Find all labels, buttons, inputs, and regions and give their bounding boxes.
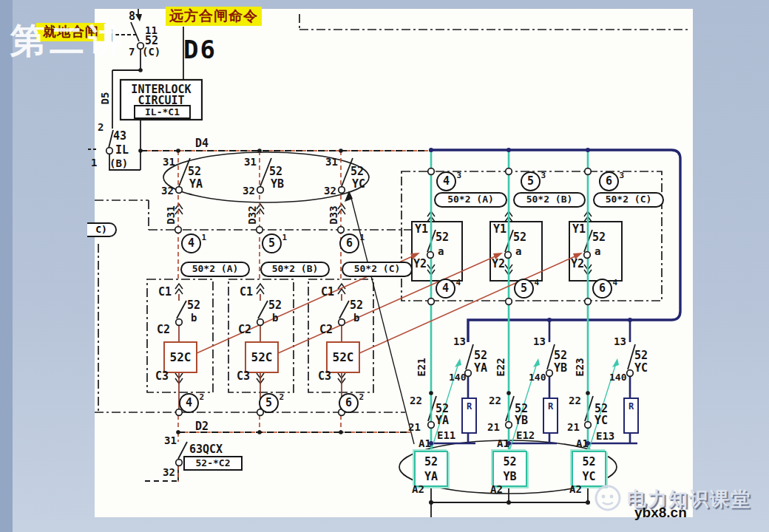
bus-label-d4: D4 (195, 138, 209, 149)
relay-50-2-c: 50*2 (C) (342, 262, 413, 277)
device-52: 52 (350, 166, 364, 177)
node-circle: 54 (514, 279, 534, 299)
phase-ya: YA (436, 415, 449, 426)
terminal-c2: C2 (319, 324, 333, 335)
trip-coil-box: 52YB (492, 451, 527, 487)
relay-50-2-a: 50*2 (A) (434, 192, 507, 208)
wire-label-d33: D33 (328, 200, 339, 230)
terminal-31: 31 (325, 157, 338, 167)
phase-ya: YA (189, 179, 203, 190)
terminal-c2: C2 (238, 324, 251, 335)
terminal-y2: Y2 (492, 259, 505, 270)
node-circle: 53 (521, 171, 541, 191)
phase-yb: YB (271, 179, 284, 190)
node-superscript: 3 (619, 167, 624, 184)
node-superscript: 4 (612, 274, 617, 291)
device-52: 52 (634, 350, 648, 361)
node-circle: 43 (436, 171, 456, 191)
contact-b: b (353, 313, 359, 323)
terminal-32: 32 (163, 467, 175, 477)
remote-close-callout: 远方合闸命令 (166, 7, 262, 26)
pb-phase-c: (C) (142, 47, 160, 57)
terminal-22: 22 (569, 395, 581, 406)
terminal-a2: A2 (490, 484, 503, 494)
wire-label-e13: E13 (596, 431, 614, 441)
node-superscript: 3 (541, 167, 546, 184)
node-superscript: 4 (455, 274, 461, 291)
phase-ya: YA (474, 363, 487, 374)
phase-yc: YC (352, 179, 365, 190)
device-52: 52 (268, 300, 282, 311)
discharge-resistor: R (623, 398, 639, 434)
terminal-c1: C1 (240, 287, 253, 298)
device-52: 52 (436, 232, 449, 243)
sw43-device: 43 (113, 131, 126, 142)
terminal-a1: A1 (576, 438, 589, 449)
node-superscript: 1 (359, 229, 365, 246)
terminal-13: 13 (614, 336, 626, 347)
terminal-21: 21 (567, 422, 580, 432)
node-superscript: 1 (201, 229, 206, 246)
contact-b: b (191, 313, 197, 323)
brand-site-url: ybx8.cn (634, 505, 687, 521)
terminal-a2: A2 (412, 484, 424, 494)
discharge-resistor: R (461, 398, 477, 434)
terminal-y1: Y1 (572, 224, 586, 235)
contact-b: b (272, 313, 278, 323)
node-superscript: 2 (279, 389, 284, 406)
sw43-terminal-1: 1 (91, 157, 97, 168)
node-superscript: 2 (359, 389, 364, 406)
terminal-32: 32 (324, 185, 336, 196)
node-circle: 41 (181, 233, 201, 253)
device-52: 52 (436, 403, 449, 415)
node-circle: 63 (599, 171, 619, 191)
cutout-tag: 52-*C2 (183, 456, 243, 471)
terminal-22: 22 (489, 395, 501, 406)
device-52: 52 (592, 232, 606, 243)
device-63qcx: 63QCX (189, 444, 223, 455)
terminal-32: 32 (243, 185, 255, 196)
terminal-13: 13 (453, 336, 466, 347)
device-52: 52 (554, 350, 567, 361)
phase-yb: YB (515, 415, 528, 426)
terminal-21: 21 (408, 422, 421, 432)
terminal-31: 31 (163, 157, 175, 167)
watermark-title: 第二讲 (10, 18, 128, 64)
brand-logo-icon (589, 480, 627, 519)
device-52: 52 (350, 300, 363, 311)
relay-50-2-a: 50*2 (A) (180, 262, 250, 277)
closing-coil-52c: 52C (326, 341, 360, 373)
relay-50-2-b: 50*2 (B) (513, 192, 586, 208)
wire-label-d5: D5 (100, 83, 110, 113)
sheet-label-d6: D6 (183, 35, 217, 64)
terminal-22: 22 (410, 395, 422, 406)
slide: 8 11 52 (C) 7 D6 INTERLOCK CIRCUIT IL-*C… (0, 0, 769, 532)
closing-coil-52c: 52C (163, 341, 197, 373)
node-circle: 52 (259, 393, 279, 413)
discharge-resistor: R (543, 398, 558, 434)
terminal-c1: C1 (321, 287, 334, 298)
terminal-21: 21 (487, 422, 500, 432)
trip-coil-box: 52YA (414, 451, 448, 487)
closing-coil-52c: 52C (245, 341, 279, 373)
wire-label-e22: E22 (495, 352, 506, 382)
node-circle: 44 (436, 279, 455, 299)
terminal-c3: C3 (318, 371, 331, 382)
device-52: 52 (188, 166, 201, 177)
node-circle: 64 (592, 279, 612, 299)
sw43-phase-b: (B) (109, 158, 128, 168)
node-superscript: 3 (456, 167, 461, 184)
terminal-c2: C2 (157, 324, 170, 335)
device-52: 52 (187, 300, 200, 311)
node-circle: 62 (339, 393, 359, 413)
phase-yc: YC (634, 363, 648, 374)
terminal-c3: C3 (237, 371, 250, 382)
terminal-y1: Y1 (493, 224, 507, 235)
terminal-140: 140 (449, 372, 466, 382)
terminal-c1: C1 (158, 287, 172, 298)
terminal-y2: Y2 (571, 259, 584, 270)
terminal-a1: A1 (419, 438, 431, 449)
contact-a: a (438, 246, 444, 256)
edge-relay-tag: C) (87, 222, 117, 237)
wire-label-e23: E23 (575, 352, 585, 382)
